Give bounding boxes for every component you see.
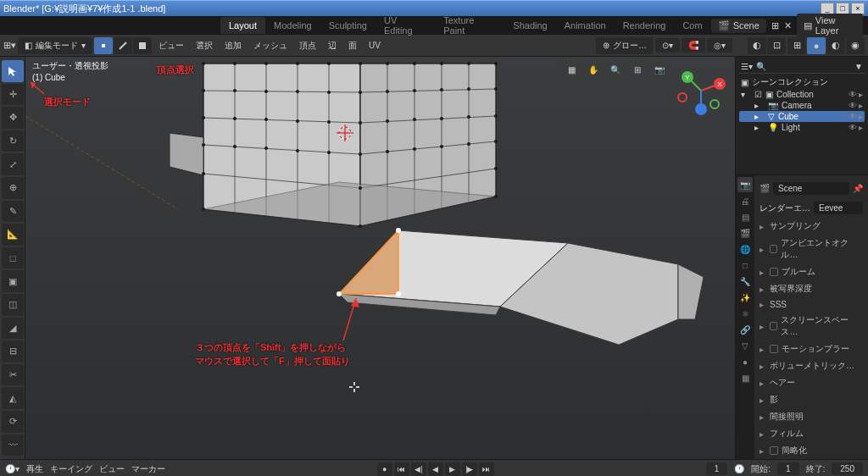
panel-bloom[interactable]: ▸ブルーム [758,263,865,280]
keyframe-next[interactable]: |▶ [462,462,477,476]
prop-tab-scene[interactable]: 🎬 [737,225,753,241]
face-select-button[interactable] [133,37,152,54]
keyframe-prev[interactable]: ◀| [411,462,426,476]
panel-ssr[interactable]: ▸スクリーンスペース… [758,312,865,340]
viewlayer-selector[interactable]: ▤View Layer [797,14,863,37]
snap-toggle[interactable]: 🧲 [682,38,705,53]
menu-window[interactable]: ウィンドウ [168,16,228,34]
header-edge[interactable]: 辺 [323,37,342,54]
tool-move[interactable]: ✥ [2,107,24,129]
tool-loopcut[interactable]: ⊟ [2,340,24,363]
play-reverse[interactable]: ◀ [428,462,443,476]
scene-delete-icon[interactable]: ✕ [784,20,792,31]
eye-icon[interactable]: 👁 [849,112,857,121]
tool-add-cube[interactable]: □ [2,247,24,269]
render-icon[interactable]: ▸ [859,101,863,110]
header-face[interactable]: 面 [343,37,362,54]
tool-inset[interactable]: ◫ [2,294,24,316]
menu-render[interactable]: レンダー [114,16,164,34]
view-camera-icon[interactable]: ▦ [562,60,581,79]
maximize-button[interactable]: □ [836,3,849,14]
prop-tab-object[interactable]: □ [737,257,753,273]
tool-extrude[interactable]: ▣ [2,270,24,292]
checkbox[interactable] [770,322,778,330]
tool-smooth[interactable]: 〰 [2,434,24,457]
viewport-3d[interactable]: ユーザー・透視投影 (1) Cube 頂点選択 選択モード ３つの頂点を「Shi… [25,57,735,459]
view-persp-icon[interactable]: ⊞ [628,60,647,79]
panel-film[interactable]: ▸フィルム [758,425,865,442]
panel-dof[interactable]: ▸被写界深度 [758,280,865,297]
menu-edit[interactable]: 編集 [78,16,110,34]
tool-annotate[interactable]: ✎ [2,201,24,223]
current-frame[interactable]: 1 [706,462,728,475]
prop-tab-physics[interactable]: ⚛ [737,306,753,321]
render-icon[interactable]: ▸ [859,90,863,99]
scene-new-icon[interactable]: ⊞ [771,20,779,31]
prop-tab-world[interactable]: 🌐 [737,241,753,257]
tool-measure[interactable]: 📐 [2,224,24,246]
overlay-toggle[interactable]: ◐ [748,37,766,54]
timeline-keying[interactable]: キーイング [50,463,92,475]
tab-rendering[interactable]: Rendering [615,17,675,34]
panel-shadow[interactable]: ▸影 [758,391,865,408]
prop-tab-constraint[interactable]: 🔗 [737,322,753,337]
panel-volumetric[interactable]: ▸ボリューメトリック… [758,357,865,374]
pivot-dropdown[interactable]: ⊙▾ [655,38,680,53]
tool-rotate[interactable]: ↻ [2,130,24,152]
tool-select[interactable] [2,60,24,82]
jump-start[interactable]: ⏮ [394,462,409,476]
outliner-collection[interactable]: ▾☑▣Collection👁▸ [739,89,865,100]
close-button[interactable]: × [851,3,865,14]
tool-spin[interactable]: ⟳ [2,411,24,433]
shading-solid[interactable]: ● [807,37,826,54]
panel-sss[interactable]: ▸SSS [758,297,865,312]
render-icon[interactable]: ▸ [859,123,863,132]
timeline-playback[interactable]: 再生 [26,463,43,475]
view-zoom-icon[interactable]: 🔍 [606,60,625,79]
shading-wire[interactable]: ⊞ [787,37,806,54]
prop-tab-output[interactable]: 🖨 [737,193,753,208]
tab-layout[interactable]: Layout [220,17,265,34]
start-frame[interactable]: 1 [777,462,799,475]
header-select[interactable]: 選択 [191,37,218,54]
tool-knife[interactable]: ✂ [2,364,24,386]
tab-uv[interactable]: UV Editing [376,12,435,39]
shading-rendered[interactable]: ◉ [846,37,865,54]
menu-file[interactable]: ファイル [24,16,75,34]
tab-modeling[interactable]: Modeling [265,17,320,34]
minimize-button[interactable]: _ [821,3,834,14]
end-frame[interactable]: 250 [832,462,863,475]
timeline-editor-icon[interactable]: 🕐▾ [5,464,19,473]
checkbox[interactable] [770,245,778,253]
prop-tab-material[interactable]: ● [737,354,753,369]
prop-tab-texture[interactable]: ▦ [737,370,753,385]
header-uv[interactable]: UV [364,38,386,53]
editor-type-icon[interactable]: ⊞▾ [3,40,16,51]
tool-polybuild[interactable]: ◭ [2,387,24,409]
panel-hair[interactable]: ▸ヘアー [758,374,865,391]
panel-sampling[interactable]: ▸サンプリング [758,218,865,235]
view-camera2-icon[interactable]: 📷 [650,60,669,79]
prop-tab-modifier[interactable]: 🔧 [737,274,753,289]
eye-icon[interactable]: 👁 [849,101,857,110]
outliner-cube[interactable]: ▸▽Cube👁▸ [739,111,865,122]
eye-icon[interactable]: 👁 [849,123,857,132]
clock-icon[interactable]: 🕐 [734,464,744,473]
shading-lookdev[interactable]: ◐ [826,37,845,54]
autokey-toggle[interactable]: ● [377,462,392,476]
proportional-toggle[interactable]: ◎▾ [707,38,732,53]
tool-scale[interactable]: ⤢ [2,153,24,175]
tab-shading[interactable]: Shading [504,17,555,34]
nav-gizmo[interactable]: X Y [676,65,726,116]
scene-name-field[interactable]: Scene [773,182,849,195]
vertex-select-button[interactable] [94,37,113,54]
mode-selector[interactable]: ◧編集モード▾ [18,37,92,54]
render-engine-dropdown[interactable]: Eevee [814,202,863,214]
tab-texture[interactable]: Texture Paint [435,12,504,39]
blender-logo-icon[interactable] [5,18,20,33]
checkbox[interactable] [770,268,778,276]
orientation-dropdown[interactable]: ⊕グロー… [596,37,654,54]
xray-toggle[interactable]: ⊡ [767,37,786,54]
tool-transform[interactable]: ⊕ [2,177,24,199]
header-mesh[interactable]: メッシュ [248,37,292,54]
